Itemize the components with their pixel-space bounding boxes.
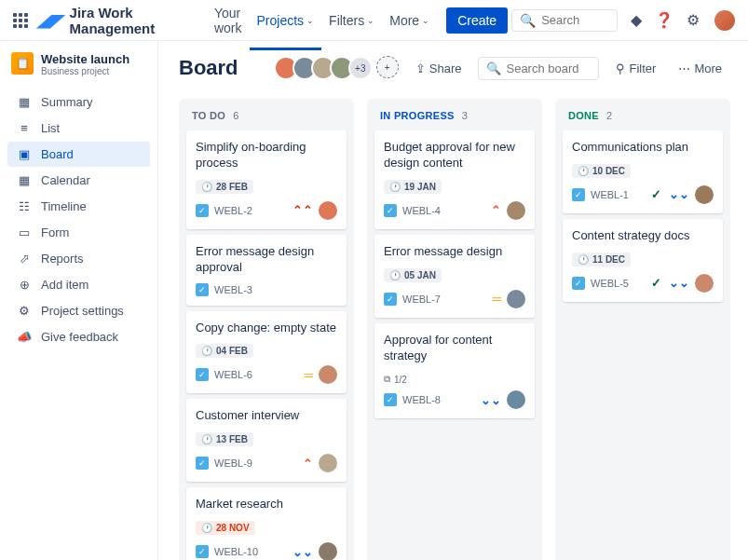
assignee-avatar[interactable]: [319, 542, 337, 560]
sidebar-icon: ☷: [17, 199, 32, 213]
sidebar-icon: ⬀: [17, 252, 32, 266]
sidebar-icon: ▦: [17, 173, 32, 187]
chevron-down-icon: ⌄: [367, 16, 374, 25]
task-type-icon: ✓: [384, 293, 397, 306]
sidebar-icon: ▣: [17, 147, 32, 161]
card[interactable]: Error message design approval✓WEBL-3: [186, 235, 347, 306]
settings-icon[interactable]: ⚙: [687, 11, 700, 29]
global-search-input[interactable]: [541, 13, 609, 27]
card[interactable]: Simplify on-boarding process🕐28 FEB✓WEBL…: [186, 130, 347, 229]
chevron-down-icon: ⌄: [306, 16, 314, 25]
sidebar-item-add-item[interactable]: ⊕Add item: [7, 272, 150, 297]
assignee-avatar[interactable]: [507, 390, 525, 409]
search-icon: 🔍: [486, 61, 501, 75]
card[interactable]: Copy change: empty state🕐04 FEB✓WEBL-6═: [186, 311, 347, 394]
nav-projects[interactable]: Projects⌄: [250, 0, 322, 41]
sidebar-item-timeline[interactable]: ☷Timeline: [7, 194, 150, 219]
due-date-chip: 🕐10 DEC: [572, 164, 631, 178]
task-type-icon: ✓: [196, 283, 209, 296]
sidebar-item-reports[interactable]: ⬀Reports: [7, 246, 150, 271]
card[interactable]: Market research🕐28 NOV✓WEBL-10⌄⌄: [186, 487, 347, 560]
product-logo[interactable]: ◢◤ Jira Work Management: [38, 5, 196, 36]
card-footer: ✓WEBL-10⌄⌄: [196, 542, 337, 560]
sidebar-item-board[interactable]: ▣Board: [7, 142, 150, 167]
due-date-chip: 🕐05 JAN: [384, 268, 442, 282]
due-date-chip: 🕐19 JAN: [384, 180, 442, 194]
clock-icon: 🕐: [201, 346, 212, 356]
search-icon: 🔍: [520, 13, 536, 28]
profile-avatar[interactable]: [713, 8, 737, 33]
clock-icon: 🕐: [201, 434, 212, 444]
app-switcher-icon[interactable]: [11, 9, 31, 32]
assignee-avatar[interactable]: [319, 201, 337, 220]
project-icon: 📋: [11, 52, 34, 75]
card[interactable]: Communications plan🕐10 DEC✓WEBL-1✓⌄⌄: [563, 130, 723, 213]
clock-icon: 🕐: [578, 166, 589, 176]
filter-icon: ⚲: [616, 61, 625, 75]
column-done: DONE2Communications plan🕐10 DEC✓WEBL-1✓⌄…: [555, 99, 730, 560]
card-footer: ✓WEBL-9⌃: [196, 454, 337, 472]
help-icon[interactable]: ❓: [655, 11, 673, 29]
board-search[interactable]: 🔍: [478, 57, 599, 80]
task-type-icon: ✓: [572, 188, 585, 201]
priority-high-icon: ⌃: [303, 457, 313, 471]
card[interactable]: Customer interview🕐13 FEB✓WEBL-9⌃: [186, 399, 347, 482]
issue-key: WEBL-4: [402, 205, 441, 216]
sidebar-item-give-feedback[interactable]: 📣Give feedback: [7, 324, 150, 349]
sidebar-icon: ≡: [17, 121, 32, 135]
global-search[interactable]: 🔍: [511, 9, 618, 32]
board-search-input[interactable]: [506, 61, 591, 75]
issue-key: WEBL-7: [402, 294, 441, 305]
clock-icon: 🕐: [578, 254, 589, 265]
sidebar-icon: ▭: [17, 225, 32, 239]
nav-your-work[interactable]: Your work: [207, 0, 250, 41]
priority-low-icon: ⌄⌄: [669, 276, 689, 290]
card[interactable]: Error message design🕐05 JAN✓WEBL-7═: [374, 235, 535, 318]
priority-low-icon: ⌄⌄: [669, 187, 689, 201]
task-type-icon: ✓: [196, 368, 209, 381]
avatar-overflow[interactable]: +3: [348, 56, 373, 80]
sidebar-item-summary[interactable]: ▦Summary: [7, 89, 150, 115]
board-content: Board +3 + ⇪Share 🔍 ⚲Filter ⋯More TO DO6…: [158, 41, 748, 560]
share-button[interactable]: ⇪Share: [410, 58, 468, 79]
assignee-avatar[interactable]: [695, 274, 714, 293]
project-header[interactable]: 📋 Website launch Business project: [7, 52, 150, 76]
card-footer: ✓WEBL-6═: [196, 365, 337, 384]
card-footer: ✓WEBL-2⌃⌃: [196, 201, 337, 220]
card[interactable]: Budget approval for new design content🕐1…: [374, 130, 535, 229]
priority-medium-icon: ═: [305, 368, 313, 382]
board-header: Board +3 + ⇪Share 🔍 ⚲Filter ⋯More: [179, 56, 728, 80]
more-icon: ⋯: [678, 61, 690, 75]
sidebar-icon: ▦: [17, 95, 32, 109]
more-button[interactable]: ⋯More: [673, 58, 728, 79]
create-button[interactable]: Create: [446, 7, 508, 34]
sidebar-item-form[interactable]: ▭Form: [7, 220, 150, 245]
assignee-avatar[interactable]: [319, 365, 337, 384]
sidebar-item-calendar[interactable]: ▦Calendar: [7, 168, 150, 193]
card-title: Error message design: [384, 244, 525, 260]
assignee-avatar[interactable]: [507, 290, 525, 308]
add-people-icon[interactable]: +: [376, 56, 399, 78]
priority-high-icon: ⌃: [491, 203, 501, 217]
task-type-icon: ✓: [196, 457, 209, 470]
issue-key: WEBL-5: [591, 278, 629, 289]
assignee-avatar[interactable]: [319, 454, 337, 472]
sidebar-item-list[interactable]: ≡List: [7, 116, 150, 141]
notifications-icon[interactable]: ◆: [631, 11, 642, 29]
top-icons: ◆ ❓ ⚙: [631, 8, 737, 33]
nav-filters[interactable]: Filters⌄: [321, 0, 382, 41]
card-title: Approval for content strategy: [384, 333, 525, 364]
nav-more[interactable]: More⌄: [382, 0, 437, 41]
board-avatars[interactable]: +3 +: [279, 56, 399, 80]
card[interactable]: Approval for content strategy⧉1/2✓WEBL-8…: [374, 323, 535, 419]
issue-key: WEBL-2: [214, 205, 252, 216]
filter-button[interactable]: ⚲Filter: [610, 58, 661, 79]
task-type-icon: ✓: [196, 204, 209, 217]
assignee-avatar[interactable]: [695, 185, 714, 204]
sidebar-item-project-settings[interactable]: ⚙Project settings: [7, 298, 150, 323]
sidebar-icon: ⚙: [17, 304, 32, 318]
assignee-avatar[interactable]: [507, 201, 525, 220]
priority-low-icon: ⌄⌄: [481, 393, 501, 407]
card[interactable]: Content strategy docs🕐11 DEC✓WEBL-5✓⌄⌄: [563, 219, 723, 302]
column-header: IN PROGRESS3: [374, 106, 535, 130]
